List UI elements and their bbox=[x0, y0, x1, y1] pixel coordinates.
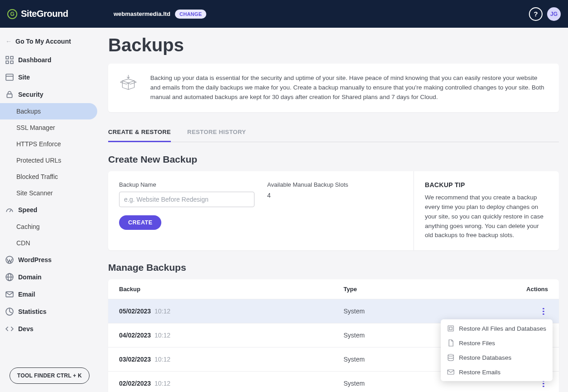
sidebar-item-dashboard[interactable]: Dashboard bbox=[0, 51, 99, 69]
sidebar-item-statistics[interactable]: Statistics bbox=[0, 303, 99, 320]
svg-rect-6 bbox=[7, 94, 12, 98]
backups-table: Backup Type Actions 05/02/2023 10:12 Sys… bbox=[108, 279, 559, 392]
sidebar-item-label: Domain bbox=[18, 273, 41, 281]
col-actions: Actions bbox=[503, 286, 548, 293]
slots-label: Available Manual Backup Slots bbox=[267, 181, 403, 188]
tabs: CREATE & RESTORE RESTORE HISTORY bbox=[108, 124, 559, 142]
sidebar-item-label: Statistics bbox=[18, 308, 46, 315]
svg-rect-17 bbox=[449, 327, 452, 330]
sidebar-item-devs[interactable]: Devs bbox=[0, 320, 99, 337]
info-description: Backing up your data is essential for th… bbox=[150, 74, 548, 102]
sidebar-sub-cdn[interactable]: CDN bbox=[0, 235, 99, 251]
topbar: G SiteGround webmastermedia.ltd CHANGE ?… bbox=[0, 0, 568, 28]
sidebar-sub-https-enforce[interactable]: HTTPS Enforce bbox=[0, 136, 99, 152]
svg-rect-4 bbox=[6, 74, 13, 80]
sidebar-item-label: Dashboard bbox=[18, 56, 51, 64]
sidebar-item-email[interactable]: Email bbox=[0, 286, 99, 303]
grid-icon bbox=[5, 56, 14, 64]
sidebar-item-label: Devs bbox=[18, 325, 33, 332]
lock-icon bbox=[5, 90, 14, 99]
sidebar-sub-site-scanner[interactable]: Site Scanner bbox=[0, 185, 99, 201]
sidebar-sub-caching[interactable]: Caching bbox=[0, 218, 99, 235]
back-label: Go To My Account bbox=[15, 38, 71, 45]
tip-title: BACKUP TIP bbox=[425, 181, 548, 189]
wordpress-icon bbox=[5, 256, 14, 264]
svg-rect-16 bbox=[448, 326, 453, 331]
sidebar-sub-ssl-manager[interactable]: SSL Manager bbox=[0, 119, 99, 136]
logo[interactable]: G SiteGround bbox=[7, 9, 68, 19]
backup-time: 10:12 bbox=[154, 332, 170, 339]
col-type: Type bbox=[344, 286, 503, 293]
svg-rect-19 bbox=[448, 370, 454, 374]
svg-rect-1 bbox=[10, 56, 13, 59]
menu-restore-all[interactable]: Restore All Files and Databases bbox=[441, 321, 553, 336]
slots-value: 4 bbox=[267, 192, 403, 199]
logo-mark-icon: G bbox=[7, 9, 17, 19]
menu-restore-emails[interactable]: Restore Emails bbox=[441, 365, 553, 379]
svg-rect-0 bbox=[6, 56, 9, 59]
sidebar-item-wordpress[interactable]: WordPress bbox=[0, 251, 99, 268]
sidebar-sub-backups[interactable]: Backups bbox=[0, 103, 97, 119]
backup-name-input[interactable] bbox=[119, 192, 254, 207]
info-card: Backing up your data is essential for th… bbox=[108, 64, 559, 112]
menu-restore-files[interactable]: Restore Files bbox=[441, 336, 553, 350]
table-header: Backup Type Actions bbox=[108, 279, 559, 299]
devs-icon bbox=[5, 325, 14, 333]
backup-cell: 03/02/2023 10:12 bbox=[119, 356, 344, 363]
backup-time: 10:12 bbox=[154, 380, 170, 387]
tool-finder-button[interactable]: TOOL FINDER CTRL + K bbox=[10, 367, 90, 384]
menu-restore-databases[interactable]: Restore Databases bbox=[441, 350, 553, 365]
svg-rect-2 bbox=[6, 61, 9, 64]
email-icon bbox=[447, 368, 454, 376]
site-icon bbox=[5, 73, 14, 81]
backup-date: 03/02/2023 bbox=[119, 356, 151, 363]
sidebar-item-security[interactable]: Security bbox=[0, 86, 99, 103]
backup-cell: 05/02/2023 10:12 bbox=[119, 308, 344, 315]
file-icon bbox=[447, 339, 454, 347]
main-content: Backups Backing up your data is essentia… bbox=[99, 28, 568, 392]
sidebar: ← Go To My Account Dashboard Site Securi… bbox=[0, 28, 99, 392]
menu-label: Restore All Files and Databases bbox=[459, 325, 546, 332]
sidebar-item-speed[interactable]: Speed bbox=[0, 201, 99, 218]
backup-type: System bbox=[344, 308, 503, 315]
svg-rect-3 bbox=[10, 61, 13, 64]
svg-rect-12 bbox=[6, 292, 13, 297]
backup-date: 02/02/2023 bbox=[119, 380, 151, 387]
create-section-title: Create New Backup bbox=[108, 154, 559, 165]
back-to-account-link[interactable]: ← Go To My Account bbox=[0, 35, 99, 51]
svg-line-7 bbox=[10, 210, 11, 212]
create-backup-button[interactable]: CREATE bbox=[119, 215, 161, 230]
arrow-left-icon: ← bbox=[5, 38, 12, 45]
globe-icon bbox=[5, 273, 14, 281]
change-domain-button[interactable]: CHANGE bbox=[175, 10, 206, 19]
sidebar-item-site[interactable]: Site bbox=[0, 69, 99, 86]
sidebar-item-label: WordPress bbox=[18, 256, 52, 263]
avatar[interactable]: JG bbox=[547, 7, 561, 21]
sidebar-sub-blocked-traffic[interactable]: Blocked Traffic bbox=[0, 169, 99, 185]
backup-name-label: Backup Name bbox=[119, 181, 254, 188]
tab-create-restore[interactable]: CREATE & RESTORE bbox=[108, 124, 171, 142]
stats-icon bbox=[5, 308, 14, 316]
sidebar-item-domain[interactable]: Domain bbox=[0, 268, 99, 286]
sidebar-sub-protected-urls[interactable]: Protected URLs bbox=[0, 152, 99, 169]
backup-cell: 04/02/2023 10:12 bbox=[119, 332, 344, 339]
backup-tip-panel: BACKUP TIP We recommend that you create … bbox=[414, 171, 559, 251]
help-button[interactable]: ? bbox=[529, 7, 543, 21]
backup-date: 04/02/2023 bbox=[119, 332, 151, 339]
mail-icon bbox=[5, 290, 14, 298]
backup-time: 10:12 bbox=[154, 356, 170, 363]
menu-label: Restore Emails bbox=[459, 369, 501, 376]
backup-time: 10:12 bbox=[154, 308, 170, 315]
tab-restore-history[interactable]: RESTORE HISTORY bbox=[187, 124, 246, 142]
sidebar-item-label: Email bbox=[18, 291, 35, 298]
row-actions-button[interactable] bbox=[539, 306, 548, 317]
page-title: Backups bbox=[108, 35, 559, 55]
database-icon bbox=[447, 354, 454, 361]
manage-section-title: Manage Backups bbox=[108, 262, 559, 273]
menu-label: Restore Files bbox=[459, 340, 495, 347]
box-open-icon bbox=[119, 74, 138, 92]
sidebar-item-label: Speed bbox=[18, 206, 37, 213]
restore-all-icon bbox=[447, 325, 454, 332]
sidebar-item-label: Site bbox=[18, 74, 30, 81]
current-domain: webmastermedia.ltd bbox=[114, 10, 170, 17]
